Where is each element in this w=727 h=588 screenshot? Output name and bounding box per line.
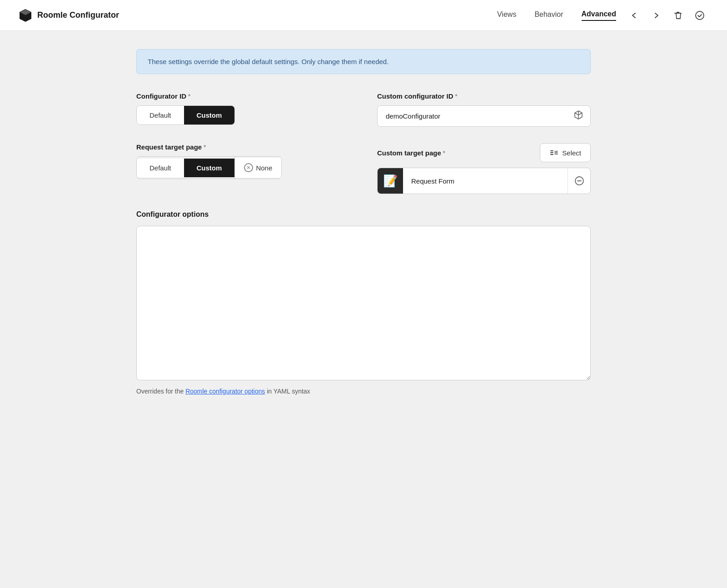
svg-rect-2	[550, 152, 553, 153]
cube-icon	[573, 110, 583, 122]
custom-configurator-id-input[interactable]	[377, 105, 591, 127]
options-hint: Overrides for the Roomle configurator op…	[136, 388, 591, 395]
header-actions	[625, 6, 709, 25]
svg-point-0	[696, 11, 704, 20]
custom-configurator-id-group: Custom configurator ID *	[377, 92, 591, 127]
svg-rect-3	[550, 154, 553, 155]
info-banner: These settings override the global defau…	[136, 49, 591, 74]
select-icon	[549, 148, 558, 157]
app-logo: Roomle Configurator	[18, 8, 119, 23]
nav-behavior[interactable]: Behavior	[534, 10, 563, 20]
page-thumbnail-icon: 📝	[383, 174, 398, 188]
main-nav: Views Behavior Advanced	[497, 10, 616, 21]
configurator-options-textarea[interactable]	[136, 226, 591, 380]
remove-page-button[interactable]	[568, 168, 590, 194]
configurator-options-label: Configurator options	[136, 210, 591, 219]
select-label: Select	[562, 149, 581, 157]
next-button[interactable]	[647, 6, 665, 25]
request-target-page-group: Request target page * Default Custom ✕ N…	[136, 143, 350, 194]
configurator-id-default-btn[interactable]: Default	[137, 106, 184, 125]
request-target-custom-btn[interactable]: Custom	[184, 159, 235, 177]
configurator-id-required: *	[188, 93, 190, 100]
info-banner-text: These settings override the global defau…	[148, 58, 388, 65]
main-content: These settings override the global defau…	[45, 31, 682, 413]
delete-button[interactable]	[669, 6, 687, 25]
circle-x-icon: ✕	[244, 163, 253, 172]
minus-circle-icon	[574, 176, 584, 186]
request-target-none-btn[interactable]: ✕ None	[235, 158, 281, 178]
svg-rect-1	[550, 150, 553, 151]
app-title: Roomle Configurator	[37, 10, 119, 20]
chevron-right-icon	[652, 11, 661, 20]
trash-icon	[673, 10, 683, 20]
target-page-name: Request Form	[403, 177, 568, 185]
target-page-display: 📝 Request Form	[377, 168, 591, 194]
custom-target-page-label: Custom target page *	[377, 149, 445, 157]
request-target-default-btn[interactable]: Default	[137, 159, 184, 177]
request-target-page-toggle: Default Custom ✕ None	[136, 156, 282, 179]
target-page-row: Request target page * Default Custom ✕ N…	[136, 143, 591, 194]
configurator-id-label: Configurator ID *	[136, 92, 350, 100]
configurator-id-row: Configurator ID * Default Custom Custom …	[136, 92, 591, 127]
chevron-left-icon	[630, 11, 639, 20]
request-target-required: *	[204, 144, 206, 150]
custom-configurator-id-required: *	[455, 93, 458, 100]
nav-views[interactable]: Views	[497, 10, 516, 20]
custom-configurator-id-label: Custom configurator ID *	[377, 92, 591, 100]
custom-target-required: *	[443, 149, 445, 156]
target-page-thumbnail: 📝	[378, 168, 403, 194]
select-button[interactable]: Select	[540, 143, 591, 162]
nav-advanced[interactable]: Advanced	[582, 10, 616, 21]
configurator-id-toggle: Default Custom	[136, 105, 235, 125]
custom-configurator-id-input-wrapper	[377, 105, 591, 127]
check-circle-icon	[695, 10, 705, 20]
app-header: Roomle Configurator Views Behavior Advan…	[0, 0, 727, 31]
prev-button[interactable]	[625, 6, 643, 25]
request-target-page-label: Request target page *	[136, 143, 350, 151]
confirm-button[interactable]	[691, 6, 709, 25]
configurator-options-section: Configurator options Overrides for the R…	[136, 210, 591, 395]
custom-target-page-group: Custom target page * Select 📝	[377, 143, 591, 194]
configurator-id-group: Configurator ID * Default Custom	[136, 92, 350, 127]
roomle-options-link[interactable]: Roomle configurator options	[185, 388, 265, 395]
logo-icon	[18, 8, 33, 23]
configurator-id-custom-btn[interactable]: Custom	[184, 106, 235, 125]
custom-target-header: Custom target page * Select	[377, 143, 591, 162]
